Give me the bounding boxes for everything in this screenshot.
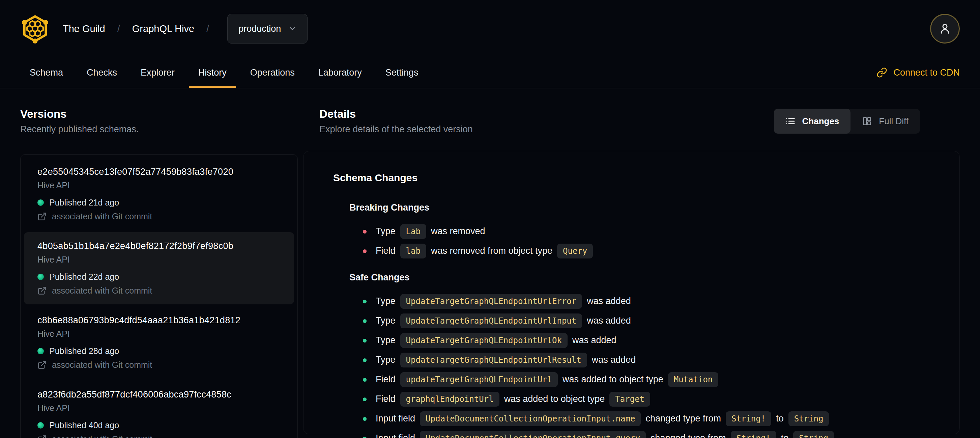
- changes-view-label: Changes: [802, 116, 839, 127]
- code-chip: Target: [609, 392, 650, 407]
- change-text: Type: [375, 355, 396, 365]
- tab-settings[interactable]: Settings: [376, 57, 428, 88]
- change-text: to: [776, 413, 784, 424]
- versions-list: e2e55045345ce13fe07f52a77459b83fa3fe7020…: [20, 154, 298, 438]
- tab-explorer[interactable]: Explorer: [131, 57, 184, 88]
- published-label: Published 40d ago: [49, 420, 119, 430]
- published-label: Published 28d ago: [49, 346, 119, 356]
- change-text: Type: [375, 335, 396, 346]
- version-service: Hive API: [37, 180, 281, 190]
- details-header: Details Explore details of the selected …: [303, 107, 960, 135]
- list-icon: [786, 116, 795, 126]
- change-item: Fieldlabwas removed from object typeQuer…: [363, 243, 946, 260]
- published-label: Published 22d ago: [49, 272, 119, 282]
- published-label: Published 21d ago: [49, 198, 119, 207]
- git-commit-label: associated with Git commit: [52, 212, 152, 221]
- app-window: The Guild / GraphQL Hive / production Sc…: [0, 0, 980, 438]
- version-service: Hive API: [37, 255, 281, 264]
- code-chip: lab: [400, 244, 426, 258]
- published-dot-icon: [37, 199, 44, 206]
- hive-logo-icon[interactable]: [20, 14, 50, 43]
- tab-history[interactable]: History: [189, 57, 236, 88]
- tab-bar: SchemaChecksExplorerHistoryOperationsLab…: [0, 57, 980, 88]
- code-chip: UpdateDocumentCollectionOperationInput.n…: [420, 411, 641, 426]
- change-item: TypeUpdateTargetGraphQLEndpointUrlResult…: [363, 352, 946, 368]
- version-service: Hive API: [37, 403, 281, 413]
- change-text: to: [781, 433, 789, 438]
- change-text: was added to object type: [504, 394, 605, 404]
- version-git-link[interactable]: associated with Git commit: [37, 212, 281, 221]
- connect-to-cdn-link[interactable]: Connect to CDN: [877, 57, 960, 88]
- change-text: was removed from object type: [431, 246, 552, 256]
- external-link-icon: [37, 435, 46, 438]
- change-text: Type: [375, 226, 396, 237]
- version-hash: e2e55045345ce13fe07f52a77459b83fa3fe7020: [37, 167, 281, 177]
- change-item: TypeLabwas removed: [363, 223, 946, 240]
- target-selector-button[interactable]: production: [227, 14, 307, 43]
- breadcrumb-org[interactable]: The Guild: [63, 23, 105, 34]
- tab-checks[interactable]: Checks: [77, 57, 126, 88]
- change-text: Input field: [375, 433, 415, 438]
- tab-operations[interactable]: Operations: [241, 57, 304, 88]
- details-panel: Details Explore details of the selected …: [303, 107, 960, 438]
- change-sections: Breaking ChangesTypeLabwas removedFieldl…: [333, 202, 946, 438]
- schema-changes-title: Schema Changes: [333, 172, 946, 183]
- version-git-link[interactable]: associated with Git commit: [37, 286, 281, 296]
- code-chip: String: [793, 431, 834, 438]
- change-item: TypeUpdateTargetGraphQLEndpointUrlErrorw…: [363, 293, 946, 310]
- change-text: Field: [375, 394, 396, 404]
- code-chip: UpdateTargetGraphQLEndpointUrlInput: [400, 314, 582, 328]
- version-card[interactable]: c8b6e88a06793b9c4dfd54aaa21b36a1b421d812…: [24, 306, 294, 379]
- link-icon: [877, 67, 887, 78]
- change-list: TypeLabwas removedFieldlabwas removed fr…: [349, 223, 946, 260]
- full-diff-view-label: Full Diff: [879, 116, 908, 127]
- details-subtitle: Explore details of the selected version: [319, 124, 473, 135]
- change-text: was added to object type: [563, 374, 663, 385]
- changes-view-button[interactable]: Changes: [774, 109, 851, 134]
- versions-panel: Versions Recently published schemas. e2e…: [20, 107, 298, 438]
- change-text: was added: [587, 296, 631, 306]
- code-chip: updateTargetGraphQLEndpointUrl: [400, 372, 558, 387]
- git-commit-label: associated with Git commit: [52, 360, 152, 370]
- version-card[interactable]: a823f6db2a55df877dcf406006abca97fcc4858c…: [24, 381, 294, 438]
- change-section-title: Safe Changes: [349, 272, 946, 283]
- code-chip: graphqlEndpointUrl: [400, 392, 500, 407]
- code-chip: Lab: [400, 224, 426, 239]
- change-text: Type: [375, 315, 396, 326]
- change-text: was added: [587, 315, 631, 326]
- tab-schema[interactable]: Schema: [20, 57, 73, 88]
- version-card[interactable]: e2e55045345ce13fe07f52a77459b83fa3fe7020…: [24, 158, 294, 230]
- version-card[interactable]: 4b05ab51b1b4a7e2e4b0ef82172f2b9f7ef98c0b…: [24, 232, 294, 304]
- change-text: changed type from: [651, 433, 726, 438]
- user-icon: [938, 22, 952, 35]
- change-text: was added: [572, 335, 616, 346]
- chevron-down-icon: [288, 25, 296, 33]
- change-item: Input fieldUpdateDocumentCollectionOpera…: [363, 410, 946, 427]
- change-item: Input fieldUpdateDocumentCollectionOpera…: [363, 430, 946, 438]
- user-avatar-button[interactable]: [930, 14, 960, 43]
- full-diff-view-button[interactable]: Full Diff: [851, 109, 920, 134]
- connect-to-cdn-label: Connect to CDN: [893, 67, 960, 78]
- version-status: Published 21d ago: [37, 198, 281, 207]
- top-header: The Guild / GraphQL Hive / production: [0, 0, 980, 57]
- main-content: Versions Recently published schemas. e2e…: [0, 88, 980, 438]
- breadcrumb-separator: /: [207, 23, 209, 34]
- version-status: Published 22d ago: [37, 272, 281, 282]
- change-text: Field: [375, 374, 396, 385]
- change-item: FieldgraphqlEndpointUrlwas added to obje…: [363, 391, 946, 408]
- code-chip: UpdateTargetGraphQLEndpointUrlResult: [400, 353, 587, 368]
- breadcrumb-separator: /: [117, 23, 120, 34]
- change-item: TypeUpdateTargetGraphQLEndpointUrlOkwas …: [363, 332, 946, 349]
- version-service: Hive API: [37, 329, 281, 339]
- code-chip: String: [789, 411, 829, 426]
- version-git-link[interactable]: associated with Git commit: [37, 360, 281, 370]
- tab-laboratory[interactable]: Laboratory: [309, 57, 371, 88]
- breadcrumb-project[interactable]: GraphQL Hive: [132, 23, 194, 34]
- git-commit-label: associated with Git commit: [52, 434, 152, 438]
- split-panels-icon: [862, 116, 872, 126]
- external-link-icon: [37, 286, 46, 295]
- external-link-icon: [37, 212, 46, 221]
- version-hash: 4b05ab51b1b4a7e2e4b0ef82172f2b9f7ef98c0b: [37, 241, 281, 252]
- tabs: SchemaChecksExplorerHistoryOperationsLab…: [20, 57, 428, 88]
- version-git-link[interactable]: associated with Git commit: [37, 434, 281, 438]
